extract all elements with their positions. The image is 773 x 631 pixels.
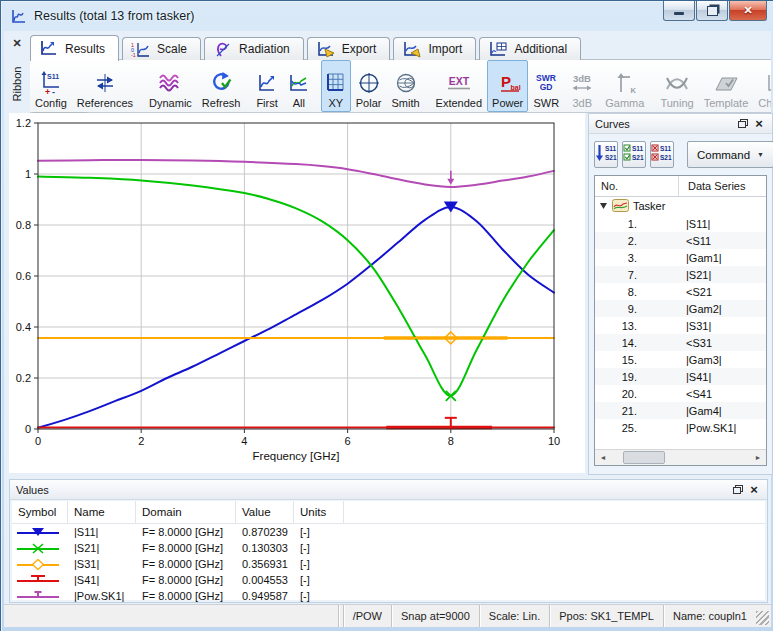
series-name: |S21|: [68, 542, 136, 554]
export-tab-icon: [316, 41, 336, 58]
curve-row[interactable]: 3.|Gam1|: [595, 249, 766, 266]
tab-label: Scale: [157, 42, 187, 56]
power-button[interactable]: PbalPower: [487, 60, 528, 112]
series-units: [-]: [294, 558, 344, 570]
command-button[interactable]: Command ▼: [687, 141, 773, 168]
values-float-button[interactable]: [730, 482, 746, 497]
curves-close-button[interactable]: ×: [751, 116, 767, 131]
series-domain: F= 8.0000 [GHz]: [136, 542, 236, 554]
all-button[interactable]: All: [283, 60, 315, 112]
results-tab-icon: [39, 40, 59, 57]
scroll-thumb[interactable]: [623, 451, 665, 464]
curve-name: <S11: [637, 235, 711, 247]
series-symbol: [12, 559, 68, 570]
curves-h-scrollbar[interactable]: ◄ ►: [595, 449, 766, 465]
column-header-data-series[interactable]: Data Series: [679, 180, 745, 192]
curve-row[interactable]: 1.|S11|: [595, 215, 766, 232]
curve-name: <S21: [637, 286, 712, 298]
tab-import[interactable]: Import: [393, 37, 476, 60]
values-close-button[interactable]: ×: [746, 482, 762, 497]
series-domain: F= 8.0000 [GHz]: [136, 590, 236, 602]
series-units: [-]: [294, 526, 344, 538]
svg-text:K: K: [630, 86, 636, 94]
template-button: Template: [699, 60, 754, 112]
curve-row[interactable]: 25.|Pow.SK1|: [595, 419, 766, 436]
tab-export[interactable]: Export: [307, 37, 391, 60]
ribbon-button-label: 3dB: [572, 97, 592, 109]
curve-name: |Gam4|: [637, 405, 722, 417]
curves-table-body: Tasker1.|S11|2.<S113.|Gam1|7.|S21|8.<S21…: [595, 197, 766, 436]
curve-name: |S41|: [637, 371, 711, 383]
curve-row[interactable]: 14.<S31: [595, 334, 766, 351]
curves-float-button[interactable]: [735, 116, 751, 131]
curve-number: 13.: [595, 320, 637, 332]
restore-icon: [707, 6, 718, 16]
curve-name: |S31|: [637, 320, 711, 332]
svg-text:-: -: [52, 87, 55, 95]
tab-radiation[interactable]: Radiation: [204, 37, 304, 60]
change-button: EChange: [753, 60, 771, 112]
scroll-right-icon[interactable]: ►: [750, 450, 766, 465]
scroll-left-icon[interactable]: ◄: [595, 450, 611, 465]
curve-row[interactable]: 20.<S41: [595, 385, 766, 402]
extended-icon: EXT: [443, 69, 475, 96]
tab-label: Import: [428, 42, 462, 56]
disable-curves-button[interactable]: S11S21: [650, 141, 674, 168]
curve-row[interactable]: 21.|Gam4|: [595, 402, 766, 419]
value-row[interactable]: |Pow.SK1|F= 8.0000 [GHz]0.949587[-]: [12, 588, 765, 604]
ribbon-button-label: Change: [758, 97, 771, 109]
chart[interactable]: 024681000.20.40.60.811.2Frequency [GHz]: [9, 113, 585, 473]
value-row[interactable]: |S41|F= 8.0000 [GHz]0.004553[-]: [12, 572, 765, 588]
xy-button[interactable]: XY: [321, 60, 351, 112]
series-name: |S41|: [68, 574, 136, 586]
enable-curves-button[interactable]: S11S21: [622, 141, 646, 168]
curves-panel-title: Curves: [595, 118, 630, 130]
minimize-button[interactable]: [663, 1, 695, 21]
series-name: |Pow.SK1|: [68, 590, 136, 602]
tab-results[interactable]: Results: [30, 35, 119, 61]
expander-icon[interactable]: [599, 200, 608, 212]
value-row[interactable]: |S21|F= 8.0000 [GHz]0.130303[-]: [12, 540, 765, 556]
value-row[interactable]: |S31|F= 8.0000 [GHz]0.356931[-]: [12, 556, 765, 572]
references-button[interactable]: References: [72, 60, 138, 112]
curves-table: No. Data Series Tasker1.|S11|2.<S113.|Ga…: [594, 175, 767, 466]
column-header-no[interactable]: No.: [595, 176, 679, 196]
polar-button[interactable]: Polar: [351, 60, 387, 112]
resize-grip[interactable]: [756, 611, 769, 625]
curve-name: |Gam3|: [637, 354, 722, 366]
curve-row[interactable]: 15.|Gam3|: [595, 351, 766, 368]
tab-additional[interactable]: Additional: [479, 37, 581, 60]
ribbon-button-label: XY: [328, 97, 343, 109]
refresh-button[interactable]: Refresh: [197, 60, 246, 112]
polar-icon: [358, 69, 380, 96]
close-button[interactable]: ✕: [729, 1, 767, 21]
curve-row[interactable]: 13.|S31|: [595, 317, 766, 334]
dynamic-icon: [157, 69, 183, 96]
sort-s11-s21-icon: S11S21: [595, 143, 617, 166]
curve-row[interactable]: 7.|S21|: [595, 266, 766, 283]
first-button[interactable]: First: [251, 60, 282, 112]
ribbon-close-button[interactable]: ✕: [9, 35, 25, 51]
curve-number: 20.: [595, 388, 637, 400]
smith-button[interactable]: Smith: [386, 60, 424, 112]
window-icon: [10, 9, 27, 24]
title-bar[interactable]: Results (total 13 from tasker) ✕: [1, 1, 773, 31]
swr-button[interactable]: SWRGDSWR: [528, 60, 564, 112]
gamma-button: KGamma: [600, 60, 649, 112]
restore-button[interactable]: [696, 1, 728, 21]
value-row[interactable]: |S11|F= 8.0000 [GHz]0.870239[-]: [12, 524, 765, 540]
tab-scale[interactable]: 10-1Scale: [122, 37, 201, 60]
curve-number: 7.: [595, 269, 637, 281]
config-button[interactable]: S11+-Config: [30, 60, 72, 112]
svg-text:1.2: 1.2: [16, 117, 31, 129]
curve-row[interactable]: 19.|S41|: [595, 368, 766, 385]
sort-curves-button[interactable]: S11S21: [594, 141, 618, 168]
extended-button[interactable]: EXTExtended: [431, 60, 487, 112]
dynamic-button[interactable]: Dynamic: [144, 60, 197, 112]
svg-text:0.8: 0.8: [16, 219, 31, 231]
curve-row[interactable]: 9.|Gam2|: [595, 300, 766, 317]
curves-group-row[interactable]: Tasker: [595, 197, 766, 215]
uncheck-s11-s21-icon: S11S21: [651, 143, 673, 166]
curve-row[interactable]: 2.<S11: [595, 232, 766, 249]
curve-row[interactable]: 8.<S21: [595, 283, 766, 300]
